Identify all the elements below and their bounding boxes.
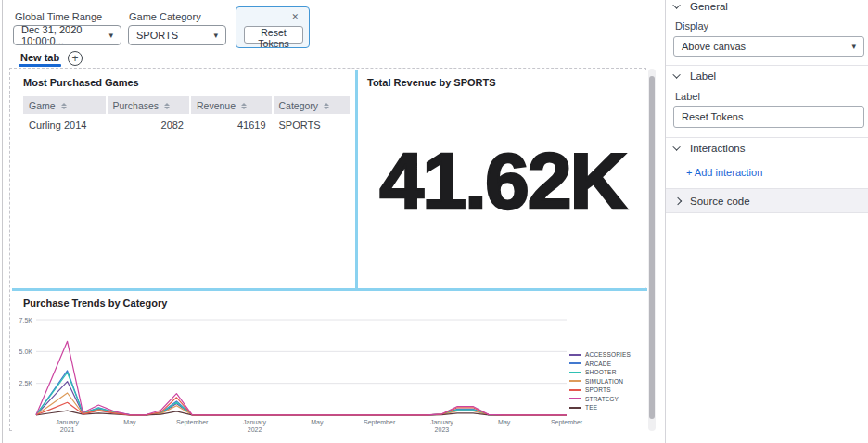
legend-label: SHOOTER [585, 369, 617, 375]
game-category-value: SPORTS [136, 30, 178, 41]
legend-label: SIMULATION [585, 378, 623, 385]
single-value-result: 41.62K [358, 135, 647, 227]
games-table: GamePurchasesRevenueCategory Curling 201… [21, 96, 351, 136]
x-axis-tick-label: September [551, 419, 583, 426]
display-value: Above canvas [682, 41, 746, 52]
x-axis-tick-label: May [123, 419, 136, 426]
active-tab-indicator [19, 64, 61, 67]
legend-label: TEE [585, 404, 597, 411]
x-axis-tick-label: September [176, 419, 209, 426]
reset-tokens-button[interactable]: Reset Tokens [244, 26, 303, 44]
legend-swatch [569, 398, 581, 399]
display-dropdown[interactable]: Above canvas ▾ [673, 36, 864, 57]
series-line-shooter [36, 373, 567, 415]
legend-label: STRATEGY [585, 396, 619, 402]
legend-item-accessories[interactable]: ACCESSORIES [569, 350, 631, 360]
column-header-purchases[interactable]: Purchases [108, 96, 190, 114]
label-input[interactable] [673, 106, 864, 128]
sort-icon [164, 103, 170, 110]
series-line-strategy [36, 341, 567, 415]
legend-item-arcade[interactable]: ARCADE [569, 360, 631, 369]
add-tab-button[interactable]: + [68, 51, 83, 66]
sort-icon [324, 103, 329, 110]
configuration-sidebar: General Display Above canvas ▾ Label Lab… [665, 0, 868, 443]
column-header-category[interactable]: Category [274, 96, 351, 114]
legend-item-shooter[interactable]: SHOOTER [569, 368, 631, 377]
legend-item-tee[interactable]: TEE [569, 403, 631, 412]
panel-title: Purchase Trends by Category [23, 297, 167, 309]
section-source-code[interactable]: Source code [666, 188, 868, 213]
column-header-revenue[interactable]: Revenue [191, 96, 272, 114]
legend-swatch [569, 372, 581, 373]
reset-tokens-selection[interactable]: ✕ Reset Tokens [236, 6, 310, 48]
legend-label: ARCADE [585, 361, 611, 367]
chevron-down-icon: ▾ [213, 31, 218, 40]
legend-swatch [569, 362, 581, 364]
x-axis-tick-label: May [498, 419, 511, 426]
legend-item-strategy[interactable]: STRATEGY [569, 395, 631, 404]
table-header-row: GamePurchasesRevenueCategory [23, 96, 350, 114]
label-field-label: Label [675, 91, 700, 102]
sort-icon [61, 103, 67, 110]
x-axis-tick-year: 2023 [435, 426, 450, 432]
chart-legend: ACCESSORIESARCADESHOOTERSIMULATIONSPORTS… [569, 350, 631, 412]
legend-swatch [569, 389, 581, 391]
y-axis-tick-label: 2.5K [19, 380, 33, 386]
panel-title: Total Revenue by SPORTS [367, 77, 496, 88]
panel-most-purchased-games[interactable]: Most Purchased Games GamePurchasesRevenu… [12, 70, 354, 287]
vertical-scrollbar-thumb[interactable] [649, 76, 655, 419]
x-axis-tick-year: 2021 [60, 426, 75, 432]
table-row[interactable]: Curling 2014208241619SPORTS [23, 114, 350, 136]
tab-new-tab[interactable]: New tab [20, 52, 59, 63]
add-interaction-link[interactable]: + Add interaction [686, 167, 762, 178]
close-icon[interactable]: ✕ [291, 13, 299, 21]
section-general[interactable]: General [675, 1, 728, 12]
table-cell: 2082 [108, 114, 190, 136]
x-axis-tick-label: September [364, 419, 396, 426]
dashboard-canvas: Most Purchased Games GamePurchasesRevenu… [9, 68, 646, 431]
y-axis-tick-label: 5.0K [19, 348, 33, 355]
display-label: Display [675, 20, 708, 32]
dashboard-editor-window: Global Time Range Dec 31, 2020 10:00:0..… [0, 0, 868, 443]
canvas-vertical-scrollbar [648, 69, 656, 431]
divider [666, 137, 868, 138]
series-line-accessories [36, 382, 567, 415]
table-cell: SPORTS [274, 114, 351, 136]
line-chart: 2.5K5.0K7.5KJanuary2021MaySeptemberJanua… [12, 311, 647, 432]
section-interactions[interactable]: Interactions [675, 143, 745, 154]
legend-label: SPORTS [585, 386, 611, 393]
game-category-dropdown[interactable]: SPORTS ▾ [128, 25, 226, 45]
chevron-down-icon [672, 1, 680, 8]
global-time-range-label: Global Time Range [15, 11, 102, 22]
series-line-arcade [36, 371, 567, 415]
x-axis-tick-label: May [311, 419, 324, 426]
global-time-range-dropdown[interactable]: Dec 31, 2020 10:00:0... ▾ [13, 25, 121, 45]
x-axis-tick-year: 2022 [248, 426, 262, 432]
column-header-game[interactable]: Game [23, 96, 106, 114]
window-edge-divider [2, 0, 3, 443]
panel-purchase-trends[interactable]: Purchase Trends by Category 2.5K5.0K7.5K… [12, 291, 647, 432]
legend-swatch [569, 380, 581, 382]
legend-item-simulation[interactable]: SIMULATION [569, 377, 631, 386]
chevron-down-icon: ▾ [108, 31, 113, 40]
chevron-right-icon [674, 196, 682, 204]
panel-total-revenue[interactable]: Total Revenue by SPORTS 41.62K [358, 70, 647, 287]
chevron-down-icon: ▾ [851, 42, 856, 51]
game-category-label: Game Category [129, 11, 201, 22]
legend-item-sports[interactable]: SPORTS [569, 386, 631, 395]
chevron-down-icon [672, 143, 680, 150]
table-cell: Curling 2014 [23, 114, 106, 136]
x-axis-tick-label: January [56, 419, 79, 426]
y-axis-tick-label: 7.5K [19, 317, 33, 323]
legend-swatch [569, 407, 581, 409]
divider [666, 65, 868, 66]
chevron-down-icon [672, 70, 680, 78]
global-time-range-value: Dec 31, 2020 10:00:0... [21, 24, 103, 46]
legend-swatch [569, 354, 581, 356]
x-axis-tick-label: January [430, 419, 453, 426]
table-cell: 41619 [191, 114, 272, 136]
section-label[interactable]: Label [675, 70, 716, 82]
x-axis-tick-label: January [243, 419, 266, 426]
legend-label: ACCESSORIES [585, 351, 631, 358]
panel-title: Most Purchased Games [23, 77, 139, 88]
